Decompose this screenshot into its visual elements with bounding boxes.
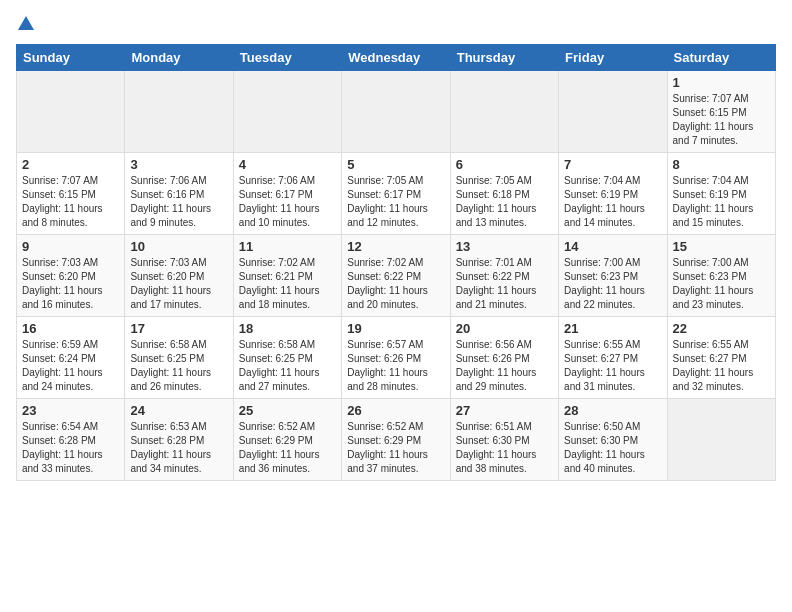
calendar-cell: 16Sunrise: 6:59 AM Sunset: 6:24 PM Dayli… bbox=[17, 317, 125, 399]
day-info: Sunrise: 6:52 AM Sunset: 6:29 PM Dayligh… bbox=[239, 420, 336, 476]
day-info: Sunrise: 6:53 AM Sunset: 6:28 PM Dayligh… bbox=[130, 420, 227, 476]
weekday-header-friday: Friday bbox=[559, 45, 667, 71]
day-number: 17 bbox=[130, 321, 227, 336]
calendar-cell bbox=[667, 399, 775, 481]
weekday-header-sunday: Sunday bbox=[17, 45, 125, 71]
calendar-cell: 10Sunrise: 7:03 AM Sunset: 6:20 PM Dayli… bbox=[125, 235, 233, 317]
calendar-cell: 1Sunrise: 7:07 AM Sunset: 6:15 PM Daylig… bbox=[667, 71, 775, 153]
day-info: Sunrise: 7:07 AM Sunset: 6:15 PM Dayligh… bbox=[22, 174, 119, 230]
day-info: Sunrise: 7:07 AM Sunset: 6:15 PM Dayligh… bbox=[673, 92, 770, 148]
weekday-header-tuesday: Tuesday bbox=[233, 45, 341, 71]
day-info: Sunrise: 6:55 AM Sunset: 6:27 PM Dayligh… bbox=[673, 338, 770, 394]
day-number: 2 bbox=[22, 157, 119, 172]
calendar-cell bbox=[17, 71, 125, 153]
day-number: 18 bbox=[239, 321, 336, 336]
calendar-week-row: 1Sunrise: 7:07 AM Sunset: 6:15 PM Daylig… bbox=[17, 71, 776, 153]
calendar-cell: 9Sunrise: 7:03 AM Sunset: 6:20 PM Daylig… bbox=[17, 235, 125, 317]
calendar-cell bbox=[559, 71, 667, 153]
day-number: 14 bbox=[564, 239, 661, 254]
calendar-cell: 11Sunrise: 7:02 AM Sunset: 6:21 PM Dayli… bbox=[233, 235, 341, 317]
day-number: 20 bbox=[456, 321, 553, 336]
calendar-cell: 5Sunrise: 7:05 AM Sunset: 6:17 PM Daylig… bbox=[342, 153, 450, 235]
calendar-cell bbox=[342, 71, 450, 153]
day-number: 11 bbox=[239, 239, 336, 254]
weekday-header-monday: Monday bbox=[125, 45, 233, 71]
calendar-cell: 28Sunrise: 6:50 AM Sunset: 6:30 PM Dayli… bbox=[559, 399, 667, 481]
day-info: Sunrise: 7:05 AM Sunset: 6:18 PM Dayligh… bbox=[456, 174, 553, 230]
svg-marker-0 bbox=[18, 16, 34, 30]
day-info: Sunrise: 7:03 AM Sunset: 6:20 PM Dayligh… bbox=[22, 256, 119, 312]
day-number: 16 bbox=[22, 321, 119, 336]
day-number: 27 bbox=[456, 403, 553, 418]
day-number: 25 bbox=[239, 403, 336, 418]
calendar-week-row: 16Sunrise: 6:59 AM Sunset: 6:24 PM Dayli… bbox=[17, 317, 776, 399]
day-number: 28 bbox=[564, 403, 661, 418]
day-info: Sunrise: 7:05 AM Sunset: 6:17 PM Dayligh… bbox=[347, 174, 444, 230]
calendar-cell: 21Sunrise: 6:55 AM Sunset: 6:27 PM Dayli… bbox=[559, 317, 667, 399]
calendar-week-row: 23Sunrise: 6:54 AM Sunset: 6:28 PM Dayli… bbox=[17, 399, 776, 481]
calendar-cell: 14Sunrise: 7:00 AM Sunset: 6:23 PM Dayli… bbox=[559, 235, 667, 317]
calendar-cell: 7Sunrise: 7:04 AM Sunset: 6:19 PM Daylig… bbox=[559, 153, 667, 235]
day-number: 24 bbox=[130, 403, 227, 418]
calendar-cell bbox=[233, 71, 341, 153]
day-info: Sunrise: 6:56 AM Sunset: 6:26 PM Dayligh… bbox=[456, 338, 553, 394]
day-info: Sunrise: 7:04 AM Sunset: 6:19 PM Dayligh… bbox=[564, 174, 661, 230]
calendar-week-row: 2Sunrise: 7:07 AM Sunset: 6:15 PM Daylig… bbox=[17, 153, 776, 235]
calendar-cell: 8Sunrise: 7:04 AM Sunset: 6:19 PM Daylig… bbox=[667, 153, 775, 235]
calendar-cell: 18Sunrise: 6:58 AM Sunset: 6:25 PM Dayli… bbox=[233, 317, 341, 399]
page-header bbox=[16, 16, 776, 32]
day-number: 10 bbox=[130, 239, 227, 254]
day-number: 7 bbox=[564, 157, 661, 172]
day-number: 21 bbox=[564, 321, 661, 336]
day-info: Sunrise: 7:01 AM Sunset: 6:22 PM Dayligh… bbox=[456, 256, 553, 312]
calendar-cell: 4Sunrise: 7:06 AM Sunset: 6:17 PM Daylig… bbox=[233, 153, 341, 235]
day-number: 6 bbox=[456, 157, 553, 172]
calendar-cell: 22Sunrise: 6:55 AM Sunset: 6:27 PM Dayli… bbox=[667, 317, 775, 399]
logo-triangle-icon bbox=[18, 16, 34, 34]
calendar-cell: 12Sunrise: 7:02 AM Sunset: 6:22 PM Dayli… bbox=[342, 235, 450, 317]
calendar-cell: 26Sunrise: 6:52 AM Sunset: 6:29 PM Dayli… bbox=[342, 399, 450, 481]
logo bbox=[16, 16, 34, 32]
calendar-cell: 19Sunrise: 6:57 AM Sunset: 6:26 PM Dayli… bbox=[342, 317, 450, 399]
day-info: Sunrise: 7:00 AM Sunset: 6:23 PM Dayligh… bbox=[564, 256, 661, 312]
day-number: 8 bbox=[673, 157, 770, 172]
day-number: 19 bbox=[347, 321, 444, 336]
day-number: 22 bbox=[673, 321, 770, 336]
day-info: Sunrise: 7:06 AM Sunset: 6:17 PM Dayligh… bbox=[239, 174, 336, 230]
day-info: Sunrise: 7:00 AM Sunset: 6:23 PM Dayligh… bbox=[673, 256, 770, 312]
calendar-cell: 24Sunrise: 6:53 AM Sunset: 6:28 PM Dayli… bbox=[125, 399, 233, 481]
day-info: Sunrise: 6:51 AM Sunset: 6:30 PM Dayligh… bbox=[456, 420, 553, 476]
day-info: Sunrise: 6:50 AM Sunset: 6:30 PM Dayligh… bbox=[564, 420, 661, 476]
day-info: Sunrise: 6:55 AM Sunset: 6:27 PM Dayligh… bbox=[564, 338, 661, 394]
day-number: 13 bbox=[456, 239, 553, 254]
calendar-cell: 25Sunrise: 6:52 AM Sunset: 6:29 PM Dayli… bbox=[233, 399, 341, 481]
day-number: 23 bbox=[22, 403, 119, 418]
day-info: Sunrise: 7:06 AM Sunset: 6:16 PM Dayligh… bbox=[130, 174, 227, 230]
calendar-week-row: 9Sunrise: 7:03 AM Sunset: 6:20 PM Daylig… bbox=[17, 235, 776, 317]
calendar-cell bbox=[125, 71, 233, 153]
day-number: 9 bbox=[22, 239, 119, 254]
day-info: Sunrise: 6:52 AM Sunset: 6:29 PM Dayligh… bbox=[347, 420, 444, 476]
day-number: 15 bbox=[673, 239, 770, 254]
calendar-cell: 6Sunrise: 7:05 AM Sunset: 6:18 PM Daylig… bbox=[450, 153, 558, 235]
day-info: Sunrise: 6:57 AM Sunset: 6:26 PM Dayligh… bbox=[347, 338, 444, 394]
day-info: Sunrise: 7:04 AM Sunset: 6:19 PM Dayligh… bbox=[673, 174, 770, 230]
calendar-cell: 13Sunrise: 7:01 AM Sunset: 6:22 PM Dayli… bbox=[450, 235, 558, 317]
calendar-header-row: SundayMondayTuesdayWednesdayThursdayFrid… bbox=[17, 45, 776, 71]
calendar-cell: 17Sunrise: 6:58 AM Sunset: 6:25 PM Dayli… bbox=[125, 317, 233, 399]
calendar-table: SundayMondayTuesdayWednesdayThursdayFrid… bbox=[16, 44, 776, 481]
calendar-cell: 27Sunrise: 6:51 AM Sunset: 6:30 PM Dayli… bbox=[450, 399, 558, 481]
day-info: Sunrise: 6:59 AM Sunset: 6:24 PM Dayligh… bbox=[22, 338, 119, 394]
day-info: Sunrise: 7:02 AM Sunset: 6:21 PM Dayligh… bbox=[239, 256, 336, 312]
calendar-cell bbox=[450, 71, 558, 153]
calendar-cell: 2Sunrise: 7:07 AM Sunset: 6:15 PM Daylig… bbox=[17, 153, 125, 235]
day-number: 1 bbox=[673, 75, 770, 90]
day-number: 4 bbox=[239, 157, 336, 172]
day-info: Sunrise: 7:02 AM Sunset: 6:22 PM Dayligh… bbox=[347, 256, 444, 312]
day-info: Sunrise: 6:54 AM Sunset: 6:28 PM Dayligh… bbox=[22, 420, 119, 476]
weekday-header-wednesday: Wednesday bbox=[342, 45, 450, 71]
day-info: Sunrise: 6:58 AM Sunset: 6:25 PM Dayligh… bbox=[239, 338, 336, 394]
calendar-cell: 23Sunrise: 6:54 AM Sunset: 6:28 PM Dayli… bbox=[17, 399, 125, 481]
weekday-header-thursday: Thursday bbox=[450, 45, 558, 71]
day-number: 26 bbox=[347, 403, 444, 418]
